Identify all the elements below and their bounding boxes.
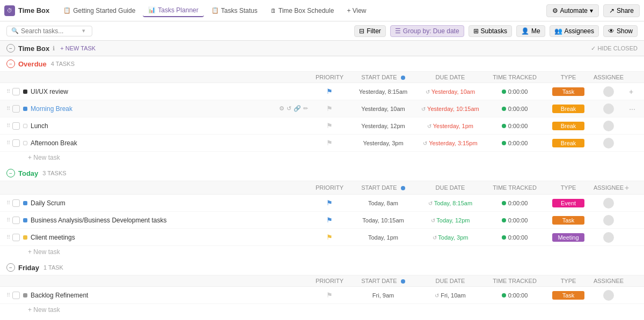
friday-toggle[interactable]: − (6, 263, 15, 272)
time-tracked-cell: 0:00:00 (485, 123, 544, 129)
task-checkbox[interactable] (12, 234, 20, 241)
priority-flag-icon[interactable]: ⚑ (326, 199, 333, 207)
start-date-cell: Today, 1pm (351, 234, 415, 241)
overdue-add-task-row[interactable]: + New task (0, 152, 644, 163)
priority-cell: ⚑ (308, 87, 351, 95)
search-input[interactable] (21, 27, 80, 35)
priority-cell: ⚑ (308, 105, 351, 113)
tab-timebox-schedule[interactable]: 🗓 Time Box Schedule (265, 5, 340, 17)
add-row-icon[interactable]: + (629, 87, 633, 96)
task-checkbox[interactable] (12, 139, 20, 147)
drag-handle-icon[interactable]: ⠿ (6, 217, 10, 223)
time-tracked-cell: 0:00:00 (485, 140, 544, 146)
task-name[interactable]: Morning Break (31, 105, 277, 113)
task-row: ⠿ Lunch ⚑ Yesterday, 12pm ↺ Yesterday, 1… (0, 117, 644, 135)
tab-tasks-status-icon: 📋 (211, 7, 219, 14)
drag-handle-icon[interactable]: ⠿ (6, 88, 10, 94)
time-value: 0:00:00 (508, 106, 528, 112)
task-checkbox[interactable] (12, 122, 20, 130)
tab-tasks-planner[interactable]: 📊 Tasks Planner (143, 4, 203, 17)
type-cell: Task (544, 216, 592, 225)
priority-flag-icon[interactable]: ⚑ (326, 291, 333, 299)
due-date-value: Yesterday, 10:15am (427, 106, 479, 112)
today-toggle[interactable]: − (6, 169, 15, 177)
add-section-icon[interactable]: + (625, 183, 629, 192)
time-value: 0:00:00 (508, 140, 528, 146)
task-checkbox[interactable] (12, 292, 20, 299)
friday-add-task-row[interactable]: + New task (0, 304, 644, 316)
col-header-add-icon[interactable]: + (625, 183, 638, 192)
overdue-task-count: 4 TASKS (51, 61, 75, 67)
avatar (603, 215, 614, 226)
tab-tasks-status[interactable]: 📋 Tasks Status (206, 5, 263, 17)
task-color-indicator (23, 293, 27, 297)
groupby-button[interactable]: ☰ Group by: Due date (390, 25, 464, 37)
time-active-dot (502, 124, 506, 128)
assignee-cell (592, 215, 625, 226)
hide-closed-button[interactable]: ✓ HIDE CLOSED (591, 45, 638, 52)
priority-flag-icon[interactable]: ⚑ (326, 87, 333, 95)
refresh-task-icon[interactable]: ↺ (287, 105, 291, 112)
drag-handle-icon[interactable]: ⠿ (6, 140, 10, 146)
link-icon[interactable]: 🔗 (294, 105, 301, 112)
tab-add-view[interactable]: + View (341, 5, 371, 17)
assignee-cell (592, 198, 625, 209)
show-icon: 👁 (608, 27, 614, 35)
drag-handle-icon[interactable]: ⠿ (6, 292, 10, 298)
drag-handle-icon[interactable]: ⠿ (6, 106, 10, 111)
filter-button[interactable]: ⊟ Filter (354, 25, 386, 37)
gear-icon[interactable]: ⚙ (279, 105, 284, 112)
edit-icon[interactable]: ✏ (303, 105, 308, 112)
drag-handle-icon[interactable]: ⠿ (6, 123, 10, 129)
more-options-icon[interactable]: ··· (629, 105, 635, 113)
tab-getting-started[interactable]: 📋 Getting Started Guide (58, 5, 141, 17)
avatar (603, 103, 614, 114)
due-date-cell: ↺ Today, 3pm (415, 234, 485, 241)
due-date-cell: ↺ Yesterday, 3:15pm (415, 140, 485, 146)
drag-handle-icon[interactable]: ⠿ (6, 234, 10, 240)
task-color-indicator (23, 141, 27, 145)
share-button[interactable]: ↗ Share (603, 4, 640, 17)
monday-header: − Monday 4 TASKS (0, 318, 644, 320)
assignees-button[interactable]: 👥 Assignees (550, 25, 599, 37)
timebox-title: Time Box (18, 44, 49, 53)
task-checkbox[interactable] (12, 217, 20, 224)
priority-flag-icon[interactable]: ⚑ (326, 122, 333, 130)
me-button[interactable]: 👤 Me (516, 25, 545, 37)
refresh-icon: ↺ (435, 293, 441, 299)
start-date-dot (401, 279, 405, 284)
today-add-task-row[interactable]: + New task (0, 246, 644, 258)
priority-flag-icon[interactable]: ⚑ (326, 233, 333, 241)
automate-button[interactable]: ⚙ Automate ▾ (546, 4, 599, 17)
automate-icon: ⚙ (552, 7, 558, 14)
type-badge: Break (552, 105, 584, 113)
overdue-col-headers: PRIORITY START DATE DUE DATE TIME TRACKE… (0, 72, 644, 83)
overdue-toggle[interactable]: − (6, 59, 15, 68)
priority-flag-icon[interactable]: ⚑ (326, 139, 333, 147)
priority-cell: ⚑ (308, 122, 351, 130)
type-cell: Break (544, 139, 592, 147)
time-value: 0:00:00 (508, 292, 528, 299)
start-date-cell: Yesterday, 3pm (351, 140, 415, 146)
drag-handle-icon[interactable]: ⠿ (6, 200, 10, 206)
due-date-value: Today, 8:15am (434, 200, 472, 206)
timebox-toggle[interactable]: − (6, 44, 15, 53)
show-button[interactable]: 👁 Show (603, 25, 638, 37)
col-header-due-date: DUE DATE (415, 184, 485, 191)
task-color-indicator (23, 201, 27, 205)
task-row: ⠿ Morning Break ⚙ ↺ 🔗 ✏ ⚑ Yesterday, 10a… (0, 100, 644, 117)
due-date-value: Today, 12pm (436, 217, 470, 224)
task-checkbox[interactable] (12, 88, 20, 95)
type-cell: Meeting (544, 233, 592, 242)
overdue-section: − Overdue 4 TASKS PRIORITY START DATE DU… (0, 56, 644, 163)
search-box[interactable]: 🔍 ▾ (6, 26, 92, 36)
task-checkbox[interactable] (12, 105, 20, 113)
task-row: ⠿ Afternoon Break ⚑ Yesterday, 3pm ↺ Yes… (0, 135, 644, 152)
priority-flag-icon[interactable]: ⚑ (326, 105, 333, 113)
subtasks-button[interactable]: ⊞ Subtasks (469, 25, 512, 37)
priority-flag-icon[interactable]: ⚑ (326, 216, 333, 224)
timebox-add-task[interactable]: + NEW TASK (60, 45, 96, 51)
time-value: 0:00:00 (508, 234, 528, 241)
add-cell: ··· (625, 105, 638, 113)
task-checkbox[interactable] (12, 199, 20, 207)
